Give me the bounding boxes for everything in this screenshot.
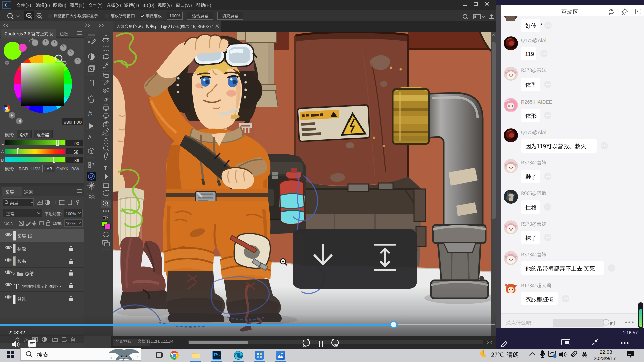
svg-text:10: 10: [303, 343, 307, 347]
svg-text:T: T: [54, 200, 57, 205]
svg-text:30: 30: [334, 343, 338, 347]
svg-text:T: T: [14, 282, 19, 291]
